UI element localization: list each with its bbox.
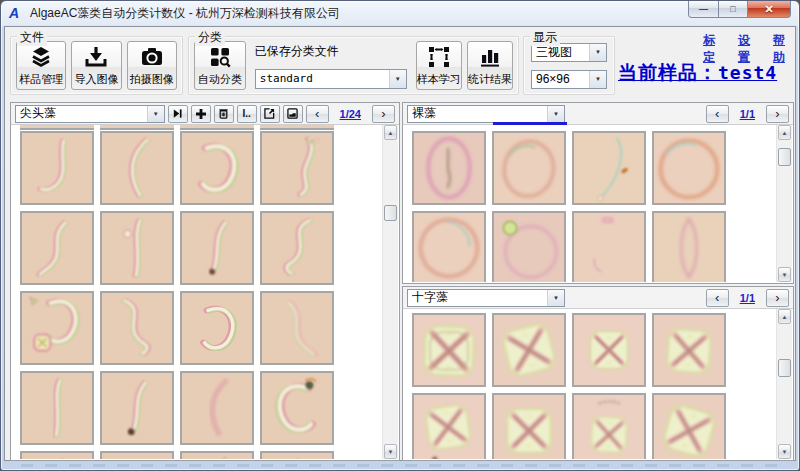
algae-thumbnail[interactable]	[180, 131, 254, 205]
algae-thumbnail[interactable]	[652, 393, 726, 459]
scrollbar-thumb[interactable]	[778, 359, 791, 377]
layers-icon	[29, 42, 53, 72]
maximize-button[interactable]: □	[719, 1, 748, 18]
camera-icon	[140, 42, 164, 72]
add-button[interactable]	[191, 105, 211, 123]
export-button[interactable]	[260, 105, 280, 123]
right-top-scrollbar[interactable]: ▲ ▼	[776, 125, 792, 282]
algae-thumbnail[interactable]	[100, 371, 174, 445]
algae-thumbnail[interactable]	[20, 291, 94, 365]
algae-thumbnail[interactable]	[20, 371, 94, 445]
client-area: 文件 样品管理 导入图像	[4, 26, 796, 461]
rename-button[interactable]: I..	[237, 105, 257, 123]
algae-thumbnail[interactable]	[260, 371, 334, 445]
plus-icon	[195, 108, 207, 120]
algae-thumbnail[interactable]	[412, 393, 486, 459]
algae-thumbnail[interactable]	[492, 393, 566, 459]
algae-thumbnail[interactable]	[652, 131, 726, 205]
next-page-button[interactable]: ›	[372, 105, 395, 123]
app-icon: A	[9, 6, 24, 21]
scroll-up-icon[interactable]: ▲	[778, 125, 791, 140]
chevron-down-icon: ▼	[389, 70, 406, 88]
algae-thumbnail[interactable]	[260, 131, 334, 205]
sample-manage-label: 样品管理	[19, 72, 63, 87]
play-next-button[interactable]	[168, 105, 188, 123]
sample-learn-button[interactable]: 样本学习	[416, 41, 462, 90]
algae-thumbnail[interactable]	[412, 313, 486, 387]
algae-thumbnail[interactable]	[260, 211, 334, 285]
current-sample-link[interactable]: 当前样品：test4	[618, 60, 777, 86]
right-bottom-panel-header: 十字藻 ▼ ‹ 1/1 ›	[403, 287, 793, 309]
delete-button[interactable]	[214, 105, 234, 123]
right-bottom-scrollbar[interactable]: ▲ ▼	[776, 309, 792, 459]
save-folder-button[interactable]	[283, 105, 303, 123]
algae-thumbnail[interactable]	[412, 211, 486, 282]
algae-thumbnail[interactable]	[180, 451, 254, 459]
cell-size-dropdown[interactable]: 96×96 ▼	[531, 70, 607, 89]
import-image-button[interactable]: 导入图像	[71, 41, 121, 90]
prev-page-button[interactable]: ‹	[706, 289, 729, 307]
algae-thumbnail[interactable]	[492, 131, 566, 205]
species-dropdown-right-top[interactable]: 裸藻 ▼	[407, 105, 565, 123]
window-bottom-grip[interactable]	[21, 464, 779, 467]
scrollbar-thumb[interactable]	[384, 205, 397, 221]
algae-thumbnail[interactable]	[100, 451, 174, 459]
algae-thumbnail[interactable]	[100, 291, 174, 365]
next-page-button[interactable]: ›	[766, 289, 789, 307]
algae-thumbnail[interactable]	[652, 313, 726, 387]
scroll-down-icon[interactable]: ▼	[778, 267, 791, 282]
page-indicator[interactable]: 1/24	[340, 108, 361, 120]
species-dropdown-left[interactable]: 尖头藻 ▼	[15, 105, 165, 123]
algae-thumbnail[interactable]	[180, 371, 254, 445]
window-title: AlgaeAC藻类自动分类计数仪 - 杭州万深检测科技有限公司	[30, 5, 340, 22]
chevron-down-icon: ▼	[147, 106, 164, 122]
algae-thumbnail[interactable]	[572, 131, 646, 205]
prev-page-button[interactable]: ‹	[706, 105, 729, 123]
export-icon	[264, 108, 275, 119]
algae-thumbnail[interactable]	[100, 131, 174, 205]
algae-thumbnail[interactable]	[20, 131, 94, 205]
next-page-button[interactable]: ›	[766, 105, 789, 123]
sample-learn-label: 样本学习	[417, 72, 461, 87]
left-panel-header: 尖头藻 ▼ I..	[11, 103, 399, 125]
sample-manage-button[interactable]: 样品管理	[16, 41, 66, 90]
algae-thumbnail[interactable]	[652, 211, 726, 282]
capture-image-button[interactable]: 拍摄图像	[127, 41, 177, 90]
stats-result-button[interactable]: 统计结果	[467, 41, 513, 90]
species-dropdown-right-bottom[interactable]: 十字藻 ▼	[407, 289, 565, 307]
prev-page-button[interactable]: ‹	[306, 105, 329, 123]
page-indicator[interactable]: 1/1	[740, 108, 755, 120]
minimize-button[interactable]: —	[688, 1, 719, 18]
scroll-down-icon[interactable]: ▼	[384, 444, 397, 459]
algae-thumbnail[interactable]	[260, 291, 334, 365]
algae-thumbnail[interactable]	[492, 211, 566, 282]
algae-thumbnail[interactable]	[20, 451, 94, 459]
page-indicator[interactable]: 1/1	[740, 292, 755, 304]
algae-thumbnail[interactable]	[412, 131, 486, 205]
file-group: 文件 样品管理 导入图像	[10, 36, 183, 95]
algae-thumbnail[interactable]	[260, 451, 334, 459]
left-scrollbar[interactable]: ▲ ▼	[382, 125, 398, 459]
algae-thumbnail[interactable]	[572, 393, 646, 459]
chevron-down-icon: ▼	[547, 290, 564, 306]
algae-thumbnail[interactable]	[180, 291, 254, 365]
title-bar[interactable]: A AlgaeAC藻类自动分类计数仪 - 杭州万深检测科技有限公司 — □ ✕	[1, 1, 799, 26]
saved-file-dropdown[interactable]: standard ▼	[255, 69, 407, 89]
algae-thumbnail[interactable]	[180, 211, 254, 285]
algae-thumbnail[interactable]	[572, 313, 646, 387]
saved-file-label: 已保存分类文件	[255, 43, 407, 60]
algae-thumbnail[interactable]	[20, 211, 94, 285]
scrollbar-thumb[interactable]	[778, 148, 791, 166]
algae-thumbnail[interactable]	[100, 211, 174, 285]
scroll-up-icon[interactable]: ▲	[384, 125, 397, 140]
scroll-up-icon[interactable]: ▲	[778, 309, 791, 324]
auto-classify-button[interactable]: 自动分类	[194, 41, 246, 90]
display-group: 显示 三视图 ▼ 96×96 ▼	[523, 36, 615, 95]
algae-thumbnail[interactable]	[572, 211, 646, 282]
current-sample-label: 当前样品：	[618, 62, 718, 83]
scroll-down-icon[interactable]: ▼	[778, 444, 791, 459]
algae-thumbnail[interactable]	[492, 313, 566, 387]
close-button[interactable]: ✕	[748, 1, 791, 18]
partial-row-above	[20, 125, 334, 130]
folder-icon	[287, 108, 298, 119]
